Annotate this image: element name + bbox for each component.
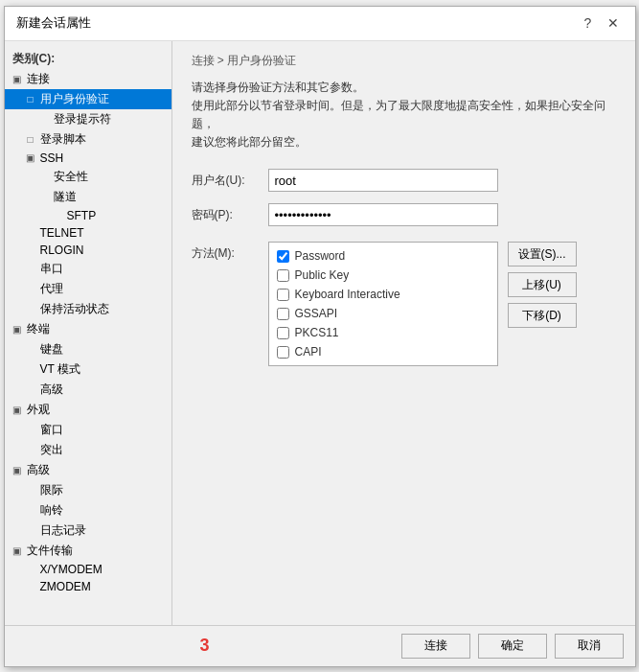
method-checkbox-CAPI[interactable] (277, 346, 289, 359)
breadcrumb: 连接 > 用户身份验证 (192, 53, 616, 69)
sidebar-item-label: 外观 (27, 402, 50, 418)
sidebar-item-label: 串口 (40, 261, 63, 277)
method-list: PasswordPublic KeyKeyboard InteractiveGS… (268, 242, 498, 366)
desc-line1: 请选择身份验证方法和其它参数。 (192, 79, 616, 97)
toggle-icon: □ (24, 134, 37, 145)
cancel-button[interactable]: 取消 (555, 634, 624, 659)
method-checkbox-PKCS11[interactable] (277, 327, 289, 339)
sidebar-item-label: 响铃 (40, 502, 63, 519)
sidebar-item-XYMODEM[interactable]: X/YMODEM (5, 561, 171, 578)
method-label: 方法(M): (192, 242, 268, 262)
password-input[interactable] (268, 203, 498, 226)
sidebar-item-连接[interactable]: ▣连接 (5, 69, 171, 89)
method-item-KeyboardInteractive: Keyboard Interactive (275, 285, 491, 304)
sidebar-item-label: 保持活动状态 (40, 301, 109, 317)
sidebar-item-label: 日志记录 (40, 522, 86, 539)
sidebar-item-label: 安全性 (54, 169, 88, 185)
move-up-button[interactable]: 上移(U) (508, 272, 577, 297)
sidebar-item-日志记录[interactable]: 日志记录 (5, 521, 171, 541)
close-button[interactable]: ✕ (603, 12, 624, 34)
method-label-KeyboardInteractive: Keyboard Interactive (295, 288, 400, 301)
sidebar-item-登录脚本[interactable]: □登录脚本 (5, 129, 171, 150)
sidebar-item-label: X/YMODEM (40, 563, 103, 576)
sidebar-item-文件传输[interactable]: ▣文件传输 (5, 541, 171, 561)
main-content: 连接 > 用户身份验证 请选择身份验证方法和其它参数。 使用此部分以节省登录时间… (172, 41, 635, 625)
sidebar-item-label: 终端 (27, 321, 50, 337)
sidebar-item-label: ZMODEM (40, 580, 91, 593)
method-row: 方法(M): PasswordPublic KeyKeyboard Intera… (192, 242, 616, 366)
username-row: 用户名(U): (192, 169, 616, 192)
sidebar-item-保持活动状态[interactable]: 保持活动状态 (5, 299, 171, 319)
sidebar-item-TELNET[interactable]: TELNET (5, 224, 171, 242)
toggle-icon: □ (24, 94, 37, 104)
sidebar-item-高级2[interactable]: ▣高级 (5, 460, 171, 480)
password-label: 密码(P): (192, 207, 268, 223)
sidebar-item-安全性[interactable]: 安全性 (5, 167, 171, 187)
sidebar-item-VT模式[interactable]: VT 模式 (5, 359, 171, 380)
sidebar-item-label: 用户身份验证 (40, 91, 109, 107)
tree-container: ▣连接□用户身份验证登录提示符□登录脚本▣SSH安全性隧道SFTPTELNETR… (5, 69, 171, 595)
settings-button[interactable]: 设置(S)... (508, 242, 577, 266)
sidebar-item-label: 键盘 (40, 341, 63, 358)
sidebar-item-label: 连接 (27, 71, 50, 87)
title-bar-controls: ? ✕ (578, 12, 624, 34)
toggle-icon: ▣ (11, 405, 24, 415)
sidebar-item-响铃[interactable]: 响铃 (5, 500, 171, 521)
connect-button[interactable]: 连接 (401, 634, 470, 659)
sidebar-item-label: VT 模式 (40, 361, 80, 378)
dialog-title: 新建会话属性 (16, 14, 91, 32)
method-label-Password: Password (295, 249, 346, 263)
category-label: 类别(C): (5, 49, 171, 69)
sidebar-item-label: RLOGIN (40, 243, 84, 257)
password-row: 密码(P): (192, 203, 616, 226)
sidebar-item-登录提示符[interactable]: 登录提示符 (5, 109, 171, 129)
sidebar-item-SSH[interactable]: ▣SSH (5, 150, 171, 167)
sidebar-item-ZMODEM[interactable]: ZMODEM (5, 578, 171, 595)
method-checkbox-Password[interactable] (277, 250, 289, 263)
method-checkbox-PublicKey[interactable] (277, 269, 289, 282)
description: 请选择身份验证方法和其它参数。 使用此部分以节省登录时间。但是，为了最大限度地提… (192, 79, 616, 152)
method-checkbox-GSSAPI[interactable] (277, 308, 289, 320)
method-item-Password: Password (275, 246, 491, 266)
method-buttons: 设置(S)... 上移(U) 下移(D) (508, 242, 577, 328)
method-label-GSSAPI: GSSAPI (295, 307, 338, 320)
username-input[interactable] (268, 169, 498, 192)
sidebar-item-突出[interactable]: 突出 (5, 440, 171, 460)
sidebar-item-高级[interactable]: 高级 (5, 380, 171, 400)
method-item-CAPI: CAPI (275, 342, 491, 361)
toggle-icon: ▣ (11, 324, 24, 335)
sidebar-item-label: 高级 (40, 382, 63, 398)
sidebar-item-label: 代理 (40, 281, 63, 297)
sidebar-item-label: 窗口 (40, 422, 63, 438)
method-item-PublicKey: Public Key (275, 266, 491, 285)
toggle-icon: ▣ (11, 545, 24, 556)
sidebar-item-label: 高级 (27, 462, 50, 478)
ok-button[interactable]: 确定 (478, 634, 547, 659)
method-label-PublicKey: Public Key (295, 268, 350, 282)
toggle-icon: ▣ (11, 465, 24, 475)
sidebar-item-代理[interactable]: 代理 (5, 279, 171, 299)
sidebar-item-label: 登录提示符 (54, 111, 111, 127)
page-number: 3 (16, 636, 394, 656)
sidebar-item-串口[interactable]: 串口 (5, 259, 171, 279)
method-label-PKCS11: PKCS11 (295, 326, 339, 339)
sidebar-item-终端[interactable]: ▣终端 (5, 319, 171, 339)
sidebar-item-label: 登录脚本 (40, 131, 86, 148)
toggle-icon: ▣ (24, 152, 37, 163)
sidebar-item-键盘[interactable]: 键盘 (5, 339, 171, 359)
dialog-body: 类别(C): ▣连接□用户身份验证登录提示符□登录脚本▣SSH安全性隧道SFTP… (5, 41, 635, 625)
sidebar-item-label: SSH (40, 151, 64, 165)
sidebar-item-外观[interactable]: ▣外观 (5, 400, 171, 420)
move-down-button[interactable]: 下移(D) (508, 303, 577, 328)
sidebar-item-窗口[interactable]: 窗口 (5, 420, 171, 440)
dialog-footer: 3 连接 确定 取消 (5, 625, 635, 666)
desc-line3: 建议您将此部分留空。 (192, 133, 616, 151)
sidebar-item-隧道[interactable]: 隧道 (5, 187, 171, 207)
help-button[interactable]: ? (578, 12, 599, 34)
sidebar-item-RLOGIN[interactable]: RLOGIN (5, 242, 171, 259)
sidebar-item-限际[interactable]: 限际 (5, 480, 171, 500)
method-checkbox-KeyboardInteractive[interactable] (277, 289, 289, 301)
sidebar-item-SFTP[interactable]: SFTP (5, 207, 171, 224)
dialog: 新建会话属性 ? ✕ 类别(C): ▣连接□用户身份验证登录提示符□登录脚本▣S… (4, 6, 636, 667)
sidebar-item-用户身份验证[interactable]: □用户身份验证 (5, 89, 171, 109)
